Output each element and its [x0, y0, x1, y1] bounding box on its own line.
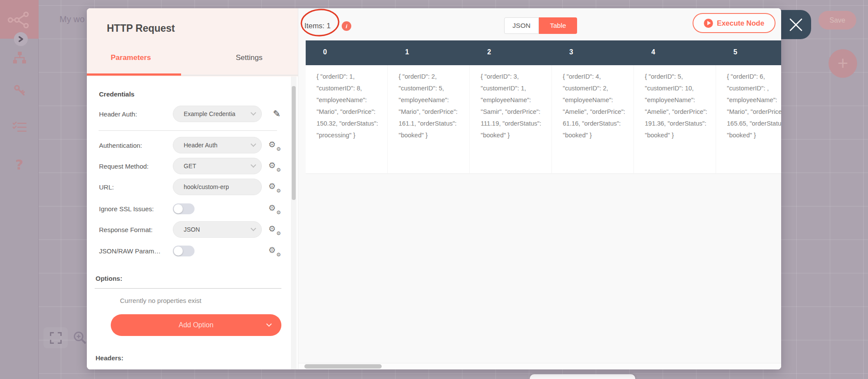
credential-select-value: Example Credentia [184, 110, 235, 117]
view-table-button[interactable]: Table [539, 17, 577, 34]
checklist-icon [13, 121, 26, 133]
sidebar-item-workflows[interactable] [0, 52, 39, 64]
options-empty-text: Currently no properties exist [111, 297, 211, 304]
table-column: 5 { "orderID": 6, "customerID": , "emplo… [716, 40, 781, 174]
table-hscrollbar-thumb[interactable] [304, 364, 382, 369]
items-count: Items: 1 [304, 22, 330, 30]
panel-scrollbar-thumb[interactable] [292, 86, 296, 200]
field-label: Response Format: [99, 226, 173, 233]
tab-divider [181, 75, 298, 76]
table-cell[interactable]: { "orderID": 2, "customerID": 5, "employ… [388, 65, 470, 174]
field-label: Header Auth: [99, 110, 173, 118]
response-format-row: Response Format: JSON ⚙⚙ [99, 221, 281, 238]
node-settings-modal: HTTP Request Parameters Settings Credent… [87, 8, 781, 369]
execute-node-label: Execute Node [717, 19, 764, 27]
add-option-button[interactable]: Add Option [111, 314, 281, 336]
save-label: Save [829, 17, 845, 24]
sidebar-expand-button[interactable] [14, 32, 28, 46]
zoom-to-fit-button[interactable] [43, 327, 68, 348]
table-cell[interactable]: { "orderID": 6, "customerID": , "employe… [716, 65, 781, 174]
request-method-select[interactable]: GET [173, 158, 262, 174]
column-header: 3 [552, 40, 634, 65]
execute-node-button[interactable]: Execute Node [693, 13, 776, 33]
table-column: 3 { "orderID": 4, "customerID": 2, "empl… [552, 40, 634, 174]
edit-credential-icon[interactable]: ✎ [273, 109, 281, 119]
parameter-options-icon[interactable]: ⚙⚙ [268, 203, 281, 214]
field-label: Authentication: [99, 142, 173, 149]
parameters-panel: HTTP Request Parameters Settings Credent… [87, 8, 298, 369]
ignore-ssl-toggle[interactable] [173, 203, 195, 214]
json-raw-toggle[interactable] [173, 246, 195, 256]
toggle-knob [174, 246, 183, 256]
chevron-down-icon [251, 226, 256, 231]
toggle-knob [174, 204, 183, 213]
question-mark-icon: ? [15, 156, 23, 173]
data-table: 0 { "orderID": 1, "customerID": 8, "empl… [306, 40, 781, 174]
column-header: 2 [470, 40, 552, 65]
sidebar: ? [0, 0, 39, 379]
magnifier-plus-icon [73, 331, 87, 345]
response-format-select-value: JSON [184, 226, 200, 233]
sidebar-item-help[interactable]: ? [0, 156, 39, 173]
key-icon [13, 84, 26, 96]
panel-header: HTTP Request Parameters Settings [87, 8, 298, 76]
authentication-row: Authentication: Header Auth ⚙⚙ [99, 137, 281, 153]
parameter-options-icon[interactable]: ⚙⚙ [268, 140, 281, 151]
response-format-select[interactable]: JSON [173, 221, 262, 238]
parameter-options-icon[interactable]: ⚙⚙ [268, 160, 281, 172]
chevron-right-icon [18, 36, 23, 42]
sitemap-icon [13, 52, 26, 64]
headers-heading: Headers: [96, 354, 123, 362]
json-raw-row: JSON/RAW Param… ⚙⚙ [99, 243, 281, 259]
results-panel: Items: 1 i JSON Table Execute Node 0 { "… [298, 8, 781, 369]
sidebar-item-credentials[interactable] [0, 84, 39, 96]
credential-row: Header Auth: Example Credentia ✎ [99, 106, 281, 122]
chevron-down-icon [251, 110, 256, 116]
tab-settings[interactable]: Settings [236, 53, 262, 62]
node-title: HTTP Request [107, 23, 175, 34]
options-heading: Options: [96, 275, 122, 282]
parameter-options-icon[interactable]: ⚙⚙ [268, 224, 281, 235]
panel-scrollbar [291, 76, 297, 369]
parameter-options-icon[interactable]: ⚙⚙ [268, 245, 281, 256]
add-node-button[interactable]: + [828, 49, 857, 78]
options-divider [95, 288, 281, 289]
column-header: 5 [716, 40, 781, 65]
table-column: 1 { "orderID": 2, "customerID": 5, "empl… [388, 40, 470, 174]
workflow-title: My wo [59, 14, 85, 24]
column-header: 4 [634, 40, 716, 65]
table-cell[interactable]: { "orderID": 5, "customerID": 10, "emplo… [634, 65, 716, 174]
parameter-options-icon[interactable]: ⚙⚙ [268, 181, 281, 193]
request-method-select-value: GET [184, 163, 196, 170]
ignore-ssl-row: Ignore SSL Issues: ⚙⚙ [99, 200, 281, 217]
items-info-icon[interactable]: i [342, 21, 351, 31]
info-glyph: i [346, 23, 347, 30]
authentication-select[interactable]: Header Auth [173, 137, 262, 153]
url-row: URL: hook/custom-erp ⚙⚙ [99, 179, 281, 195]
section-divider [99, 130, 277, 131]
credential-select[interactable]: Example Credentia [173, 106, 262, 122]
n8n-logo-icon [7, 11, 32, 28]
bottom-popup-partial [530, 374, 635, 379]
field-label: JSON/RAW Param… [99, 247, 173, 255]
url-input-value: hook/custom-erp [184, 183, 229, 190]
url-input[interactable]: hook/custom-erp [173, 179, 262, 195]
save-button[interactable]: Save [818, 11, 856, 30]
table-cell[interactable]: { "orderID": 3, "customerID": 1, "employ… [470, 65, 552, 174]
fit-screen-icon [50, 332, 62, 344]
table-column: 4 { "orderID": 5, "customerID": 10, "emp… [634, 40, 716, 174]
column-header: 0 [306, 40, 388, 65]
view-json-button[interactable]: JSON [504, 17, 539, 34]
field-label: Ignore SSL Issues: [99, 205, 173, 213]
tab-parameters[interactable]: Parameters [111, 53, 151, 62]
play-icon [704, 19, 713, 28]
table-cell[interactable]: { "orderID": 4, "customerID": 2, "employ… [552, 65, 634, 174]
chevron-down-icon [251, 162, 256, 168]
chevron-down-icon [251, 141, 256, 147]
column-header: 1 [388, 40, 470, 65]
authentication-select-value: Header Auth [184, 142, 218, 149]
table-cell[interactable]: { "orderID": 1, "customerID": 8, "employ… [306, 65, 388, 174]
zoom-in-button[interactable] [73, 331, 87, 346]
sidebar-item-executions[interactable] [0, 121, 39, 133]
close-icon [789, 18, 802, 31]
